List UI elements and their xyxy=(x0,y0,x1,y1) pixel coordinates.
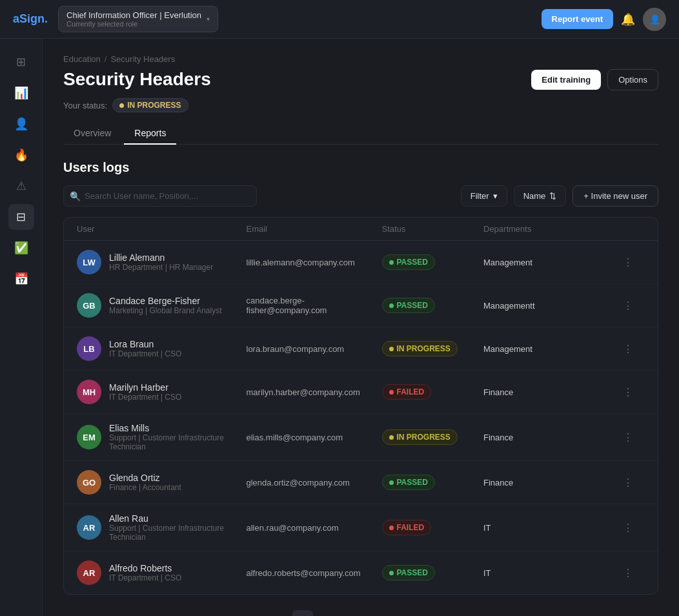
table-row: MH Marilyn Harber IT Department | CSO ma… xyxy=(64,371,658,414)
user-cell: EM Elias Mills Support | Customer Infras… xyxy=(77,423,247,451)
page-btn-10[interactable]: 10 xyxy=(409,610,429,616)
table-row: LB Lora Braun IT Department | CSO lora.b… xyxy=(64,327,658,371)
avatar[interactable]: 👤 xyxy=(643,8,666,31)
department-cell: Finance xyxy=(483,433,619,442)
bell-icon[interactable]: 🔔 xyxy=(621,12,635,26)
user-avatar: GB xyxy=(77,293,101,318)
sidebar-item-grid[interactable]: ⊞ xyxy=(8,49,34,75)
email-cell: allen.rau@company.com xyxy=(247,523,382,533)
page-btn-1[interactable]: 1 xyxy=(292,610,313,616)
table-row: GO Glenda Ortiz Finance | Accountant gle… xyxy=(64,461,658,504)
status-badge: PASSED xyxy=(382,254,435,270)
row-more-button[interactable]: ⋮ xyxy=(619,428,637,446)
table-body: LW Lillie Alemann HR Department | HR Man… xyxy=(64,241,658,594)
row-more-button[interactable]: ⋮ xyxy=(619,564,637,582)
status-badge: PASSED xyxy=(382,475,435,490)
user-info: Elias Mills Support | Customer Infrastru… xyxy=(109,423,247,451)
page-btn-4[interactable]: 4 xyxy=(362,610,383,616)
user-dept-role: Support | Customer Infrastructure Techni… xyxy=(109,433,247,451)
department-cell: Managementt xyxy=(483,301,619,311)
sidebar-item-alert[interactable]: ⚠ xyxy=(8,173,34,199)
department-cell: IT xyxy=(483,523,619,533)
header-actions: Edit training Options xyxy=(531,69,658,90)
sidebar-item-fire[interactable]: 🔥 xyxy=(8,142,34,168)
status-dot-icon xyxy=(389,260,394,265)
status-text: FAILED xyxy=(397,523,425,532)
user-avatar: AR xyxy=(77,560,101,585)
tab-overview[interactable]: Overview xyxy=(63,123,121,145)
page-btn-3[interactable]: 3 xyxy=(339,610,360,616)
user-name: Elias Mills xyxy=(109,423,247,433)
role-selector[interactable]: Chief Information Officer | Everlution C… xyxy=(58,6,218,32)
row-more-button[interactable]: ⋮ xyxy=(619,340,637,358)
user-avatar: LB xyxy=(77,336,101,361)
status-text: PASSED xyxy=(397,568,428,577)
edit-training-button[interactable]: Edit training xyxy=(531,70,601,90)
search-input[interactable] xyxy=(63,185,257,207)
status-text: IN PROGRESS xyxy=(397,344,451,353)
table-row: AR Allen Rau Support | Customer Infrastr… xyxy=(64,504,658,551)
row-more-button[interactable]: ⋮ xyxy=(619,253,637,271)
filter-label: Filter xyxy=(471,191,489,201)
status-dot-icon xyxy=(389,435,394,440)
user-dept-role: Support | Customer Infrastructure Techni… xyxy=(109,524,247,542)
tab-reports[interactable]: Reports xyxy=(124,123,176,145)
filter-button[interactable]: Filter ▾ xyxy=(461,185,507,207)
status-badge: IN PROGRESS xyxy=(382,341,458,356)
breadcrumb-parent[interactable]: Education xyxy=(63,54,101,64)
status-text: PASSED xyxy=(397,258,428,267)
user-dept-role: IT Department | CSO xyxy=(109,393,181,402)
sidebar-item-user[interactable]: 👤 xyxy=(8,111,34,137)
user-cell: AR Alfredo Roberts IT Department | CSO xyxy=(77,560,247,585)
user-cell: GO Glenda Ortiz Finance | Accountant xyxy=(77,470,247,495)
sidebar-item-settings[interactable]: ⚙ xyxy=(8,610,34,616)
user-name: Alfredo Roberts xyxy=(109,563,181,573)
user-info: Candace Berge-Fisher Marketing | Global … xyxy=(109,296,222,315)
department-cell: IT xyxy=(483,568,619,578)
user-cell: MH Marilyn Harber IT Department | CSO xyxy=(77,380,247,404)
status-dot-icon xyxy=(389,303,394,308)
user-info: Marilyn Harber IT Department | CSO xyxy=(109,382,181,402)
user-dept-role: HR Department | HR Manager xyxy=(109,263,213,272)
row-more-button[interactable]: ⋮ xyxy=(619,383,637,401)
search-icon: 🔍 xyxy=(70,191,81,201)
user-avatar: MH xyxy=(77,380,101,404)
status-cell: PASSED xyxy=(382,475,484,490)
user-name: Lora Braun xyxy=(109,339,181,349)
breadcrumb-separator: / xyxy=(105,54,107,64)
status-cell: FAILED xyxy=(382,384,484,400)
sidebar: ⊞ 📊 👤 🔥 ⚠ ⊟ ✅ 📅 ⚙ xyxy=(0,39,43,616)
user-info: Lora Braun IT Department | CSO xyxy=(109,339,181,358)
row-more-button[interactable]: ⋮ xyxy=(619,296,637,314)
invite-user-button[interactable]: + Invite new user xyxy=(573,185,658,207)
sidebar-item-calendar[interactable]: 📅 xyxy=(8,266,34,292)
status-badge: FAILED xyxy=(382,384,432,400)
status-cell: PASSED xyxy=(382,565,484,580)
options-button[interactable]: Options xyxy=(607,69,658,90)
user-avatar: GO xyxy=(77,470,101,495)
col-actions xyxy=(619,224,645,234)
sidebar-item-chart[interactable]: 📊 xyxy=(8,80,34,106)
status-badge: PASSED xyxy=(382,565,435,580)
user-name: Allen Rau xyxy=(109,513,247,524)
topbar-right: Report event 🔔 👤 xyxy=(542,8,666,31)
status-dot-icon xyxy=(389,480,394,485)
user-dept-role: IT Department | CSO xyxy=(109,349,181,358)
user-dept-role: Marketing | Global Brand Analyst xyxy=(109,306,222,315)
row-more-button[interactable]: ⋮ xyxy=(619,518,637,537)
toolbar-row: 🔍 Filter ▾ Name ⇅ + Invite new user xyxy=(63,185,658,207)
user-cell: LW Lillie Alemann HR Department | HR Man… xyxy=(77,250,247,274)
invite-label: + Invite new user xyxy=(583,191,647,201)
email-cell: marilyn.harber@company.com xyxy=(247,387,382,397)
department-cell: Finance xyxy=(483,387,619,397)
logo: aSign. xyxy=(13,12,48,26)
user-info: Allen Rau Support | Customer Infrastruct… xyxy=(109,513,247,542)
page-btn-2[interactable]: 2 xyxy=(316,610,336,616)
report-event-button[interactable]: Report event xyxy=(542,9,613,29)
status-text: PASSED xyxy=(397,478,428,487)
row-more-button[interactable]: ⋮ xyxy=(619,473,637,491)
name-sort-button[interactable]: Name ⇅ xyxy=(514,185,567,207)
sidebar-item-education[interactable]: ⊟ xyxy=(8,204,34,230)
sidebar-item-check[interactable]: ✅ xyxy=(8,235,34,261)
topbar: aSign. Chief Information Officer | Everl… xyxy=(0,0,679,39)
